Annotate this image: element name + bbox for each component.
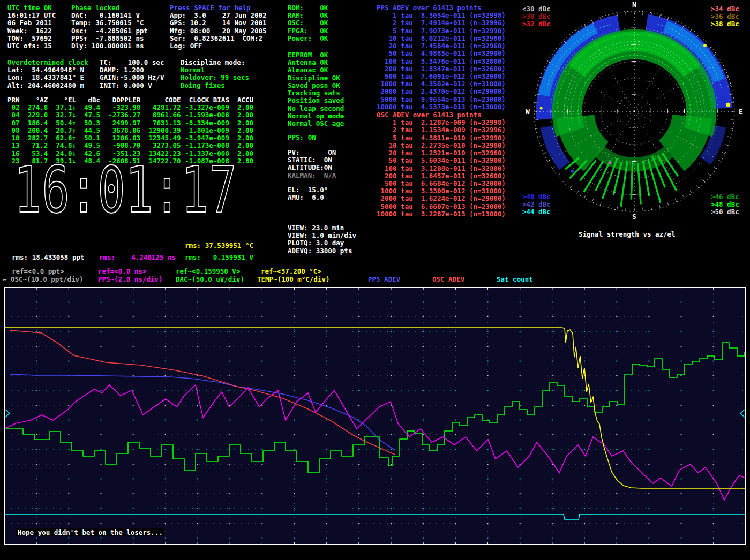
ref-dac-label: ref~<0.159950 V>	[176, 268, 240, 275]
text-line: Log: OFF	[170, 42, 267, 50]
pps-adev-legend-label: PPS ADEV	[368, 276, 400, 283]
text-line: No leap second	[288, 105, 344, 112]
adev-line: 5 tau 7.9073e-011 (n=32990)	[377, 27, 506, 35]
adev-title: PPS ADEV over 61413 points	[377, 4, 506, 12]
right-edge-marker	[740, 410, 745, 417]
adev-line: 1000 tau 4.3502e-012 (n=31000)	[377, 80, 506, 88]
text-line: Overdetermined clock	[8, 59, 88, 66]
text-line: Position saved	[288, 97, 344, 104]
adev-line: 100 tau 3.1208e-011 (n=32800)	[377, 165, 506, 172]
rms-dac: rms: 0.159931 V	[185, 254, 253, 261]
text-line: Sat count	[497, 276, 533, 283]
signal-speck	[726, 103, 730, 107]
adev-line: 500 tau 6.6684e-012 (n=32000)	[377, 180, 506, 187]
text-line: rms: 37.539951 °C	[185, 242, 253, 249]
text-line: App: 3.0 27 Jun 2002	[170, 12, 267, 19]
compass-label-n: N	[632, 1, 636, 9]
signal-spike	[631, 161, 632, 199]
signal-speck	[703, 44, 707, 47]
adev-line: 10 tau 8.0212e-011 (n=32980)	[377, 35, 506, 42]
signal-sector	[659, 115, 712, 171]
adev-line: 2 tau 7.4914e-011 (n=32996)	[377, 19, 506, 27]
text-line: DAC~(50.0 uV/div)	[176, 276, 244, 283]
adev-line: 5 tau 4.3811e-010 (n=32990)	[377, 134, 506, 142]
trace-pps	[4, 385, 746, 500]
trace-sat-count	[5, 514, 746, 519]
text-line: rms: 18.433058 ppt	[12, 254, 84, 261]
text-line: VIEW: 1.0 min/div	[288, 232, 356, 239]
text-line: Discipline mode:	[181, 59, 249, 66]
text-line: Normal op mode	[288, 112, 344, 120]
text-line: DAMP: 1.200	[100, 66, 164, 74]
sat-row: 07 186.4 50.4↑ 50.3 2499.97 7631.13 -8.3…	[8, 119, 253, 127]
text-line: OSC ADEV	[432, 276, 464, 283]
oscillator-state-block: Phase lockedDAC: 0.160141 VTemp: 36.7500…	[71, 4, 148, 50]
osc-adev-list: OSC ADEV over 61413 points 1 tau 2.1287e…	[377, 111, 506, 218]
discipline-mode-block: Discipline mode:NormalHoldover: 99 secsD…	[181, 59, 249, 89]
adev-line: 20 tau 7.4584e-011 (n=32960)	[377, 42, 506, 50]
text-line: EEPROM OK	[288, 51, 344, 59]
text-line: UTC ofs: 15	[8, 42, 56, 50]
text-line: PPS ADEV	[368, 276, 400, 283]
polar-svg: NESW	[522, 0, 750, 225]
text-line: Power: OK	[288, 35, 328, 42]
compass-label-s: S	[632, 213, 636, 221]
text-line: Saved posn OK	[288, 82, 344, 89]
sat-row: 13 71.2 74.8↓ 49.5 -908.70 3273.05 -1.17…	[8, 142, 253, 149]
adev-line: 100 tau 3.3476e-011 (n=32800)	[377, 58, 506, 65]
text-line: ALTITUDE:ON	[288, 164, 336, 171]
signal-speck	[540, 107, 543, 109]
left-edge-marker	[5, 410, 10, 417]
version-help-block: Press SPACE for helpApp: 3.0 27 Jun 2002…	[170, 4, 267, 50]
text-line: KALMAN: N/A	[288, 172, 336, 179]
text-line: Press SPACE for help	[170, 4, 267, 12]
text-line: UTC time OK	[8, 4, 56, 12]
text-line: rms: 0.159931 V	[185, 254, 253, 261]
text-line: DAC: 0.160141 V	[71, 12, 148, 19]
text-line: Tracking sats	[288, 89, 344, 97]
text-line: ref=<0.0 ns>	[98, 268, 146, 275]
big-digital-clock: 16:01:17	[14, 158, 237, 222]
adev-line: 2000 tau 1.6224e-012 (n=29000)	[377, 195, 506, 202]
sat-row: 08 200.4 20.7↑ 44.5 3678.06 12900.39 1.8…	[8, 127, 253, 134]
adev-title: OSC ADEV over 61413 points	[377, 111, 506, 119]
text-line: ref~<0.159950 V>	[176, 268, 240, 275]
polar-caption: Signal strength vs az/el	[579, 230, 676, 238]
ref-pps-label: ref=<0.0 ns>	[98, 268, 146, 275]
text-line: PPS↑ -7.888502 ns	[71, 35, 148, 42]
text-line: Lon: 18.4337841° E	[8, 74, 88, 81]
text-line: Lat: 54.4964948° N	[8, 66, 88, 74]
hardware-health-block: ROM: OKRAM: OKOSC: OKFPGA: OKPower: OK	[288, 4, 328, 42]
text-line: OSC: OK	[288, 19, 328, 27]
receiver-status-block: EEPROM OKAntenna OKAlmanac OKDiscipline …	[288, 51, 344, 127]
sat-count-legend-label: Sat count	[497, 276, 533, 283]
adev-line: 10000 tau 3.2287e-013 (n=13000)	[377, 210, 506, 218]
trace-osc-adev	[10, 330, 395, 455]
scale-temp-label: TEMP~(100 m°C/div)	[257, 276, 329, 283]
adev-line: 2000 tau 2.4370e-012 (n=29000)	[377, 88, 506, 95]
text-line: 16:01:17 UTC	[8, 12, 56, 19]
text-line: AMU: 6.0	[288, 194, 328, 201]
text-line: Antenna OK	[288, 59, 344, 66]
signal-speck	[571, 170, 574, 173]
rms-osc: rms: 18.433058 ppt	[12, 254, 84, 261]
text-line: RAM: OK	[288, 12, 328, 19]
text-line: PV: ON	[288, 149, 336, 156]
mode-flags-block: PV: ONSTATIC: ONALTITUDE:ONKALMAN: N/A	[288, 149, 336, 179]
text-line: Phase locked	[71, 4, 148, 12]
adev-line: 5000 tau 6.6607e-013 (n=23000)	[377, 203, 506, 210]
text-line: rms: 4.240125 ns	[99, 254, 176, 261]
text-line: ADEVQ: 33000 pts	[288, 247, 356, 255]
text-line: VIEW: 23.0 min	[288, 224, 356, 232]
compass-label-w: W	[526, 108, 530, 116]
strip-chart-plot: Hope you didn't bet on the losers...	[4, 287, 746, 545]
utc-time-block: UTC time OK16:01:17 UTC06 Feb 2011Week: …	[8, 4, 56, 50]
scale-osc-label: ← OSC~(10.0 ppt/div)	[3, 276, 84, 283]
adev-line: 10000 tau 4.5373e-013 (n=13000)	[377, 103, 506, 111]
text-line: Osc↑ -4.285061 ppt	[71, 27, 148, 35]
text-line: Temp: 36.750015 °C	[71, 19, 148, 27]
adev-line: 5000 tau 9.9654e-013 (n=23000)	[377, 96, 506, 103]
pps-adev-list: PPS ADEV over 61413 points 1 tau 8.3054e…	[377, 4, 506, 111]
ref-osc-label: ref=<0.0 ppt>	[12, 268, 64, 275]
signal-speck	[609, 162, 611, 164]
